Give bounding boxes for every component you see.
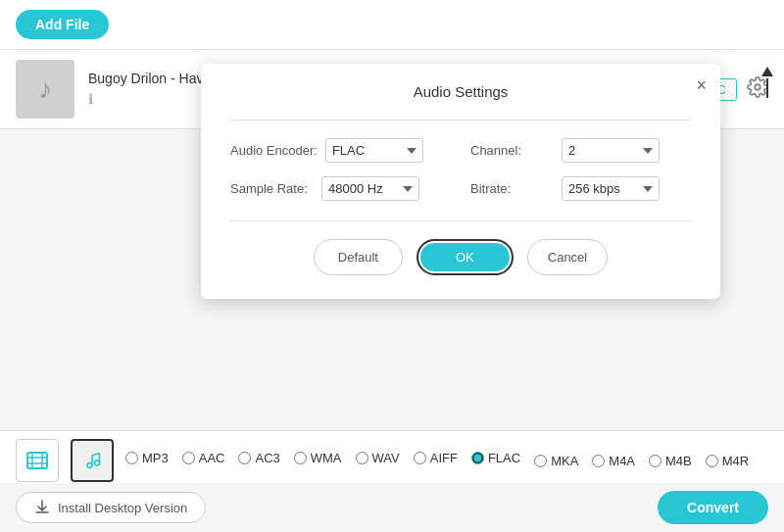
video-format-button[interactable]: [16, 439, 59, 482]
dialog-fields: Audio Encoder: FLAC MP3 AAC Channel: 2 1…: [230, 138, 691, 201]
ok-button-wrapper: OK: [416, 239, 514, 275]
dialog-divider-2: [230, 220, 691, 221]
ok-button[interactable]: OK: [420, 243, 510, 271]
audio-encoder-label: Audio Encoder:: [230, 143, 318, 158]
audio-encoder-select[interactable]: FLAC MP3 AAC: [325, 138, 423, 163]
default-button[interactable]: Default: [314, 239, 403, 275]
top-bar: Add File: [0, 0, 784, 50]
music-note-icon: ♪: [38, 73, 52, 105]
bitrate-row: Bitrate: 256 kbps 128 kbps 320 kbps: [470, 176, 691, 201]
add-file-button[interactable]: Add File: [16, 10, 109, 39]
cancel-button[interactable]: Cancel: [527, 239, 608, 275]
sample-rate-row: Sample Rate: 48000 Hz 44100 Hz 22050 Hz: [230, 176, 451, 201]
channel-label: Channel:: [470, 143, 554, 158]
file-thumbnail: ♪: [16, 60, 74, 119]
info-icon[interactable]: ℹ: [88, 91, 93, 107]
svg-rect-1: [27, 453, 47, 468]
bitrate-select[interactable]: 256 kbps 128 kbps 320 kbps: [562, 176, 660, 201]
svg-line-10: [92, 454, 100, 457]
sample-rate-select[interactable]: 48000 Hz 44100 Hz 22050 Hz: [321, 176, 419, 201]
audio-encoder-row: Audio Encoder: FLAC MP3 AAC: [230, 138, 451, 163]
sample-rate-label: Sample Rate:: [230, 181, 314, 196]
bottom-action-bar: Install Desktop Version Convert: [0, 483, 784, 532]
dialog-close-button[interactable]: ×: [696, 75, 707, 96]
channel-row: Channel: 2 1: [470, 138, 691, 163]
channel-select[interactable]: 2 1: [562, 138, 660, 163]
format-m4a-label: M4A: [609, 454, 635, 468]
format-mka-label: MKA: [551, 454, 578, 468]
format-m4r-label: M4R: [722, 454, 749, 468]
dialog-overlay: × Audio Settings Audio Encoder: FLAC MP3…: [137, 54, 784, 454]
convert-button[interactable]: Convert: [658, 491, 768, 524]
audio-format-button[interactable]: [71, 439, 114, 482]
audio-settings-dialog: × Audio Settings Audio Encoder: FLAC MP3…: [201, 64, 720, 299]
dialog-actions: Default OK Cancel: [230, 239, 691, 275]
dialog-divider: [230, 120, 691, 121]
install-label: Install Desktop Version: [58, 501, 187, 515]
dialog-title: Audio Settings: [230, 83, 691, 100]
install-desktop-button[interactable]: Install Desktop Version: [16, 492, 206, 523]
format-m4b-label: M4B: [665, 454, 692, 468]
bitrate-label: Bitrate:: [470, 181, 554, 196]
download-icon: [34, 500, 50, 515]
